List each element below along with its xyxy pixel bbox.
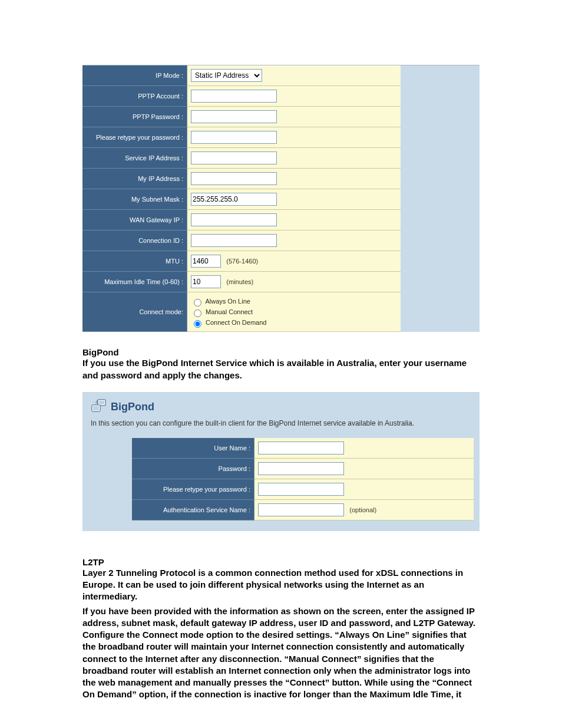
bigpond-header: BigPond	[91, 399, 471, 413]
mtu-range: (576-1460)	[226, 258, 258, 265]
retype-password-input[interactable]	[191, 131, 277, 144]
row-connection-id: Connection ID :	[82, 230, 401, 251]
bigpond-description: In this section you can configure the bu…	[91, 419, 471, 427]
bigpond-table: User Name : Password : Please retype you…	[132, 438, 474, 521]
bp-password-input[interactable]	[258, 462, 344, 475]
l2tp-doc-section: L2TP Layer 2 Tunneling Protocol is a com…	[82, 557, 480, 701]
bp-retype-input[interactable]	[258, 483, 344, 496]
connect-mode-group: Always On Line Manual Connect Connect On…	[191, 296, 397, 328]
row-bp-retype: Please retype your password :	[132, 479, 474, 499]
label-pptp-account: PPTP Account :	[82, 86, 187, 107]
radio-manual-label: Manual Connect	[206, 308, 253, 315]
radio-demand[interactable]	[194, 320, 201, 328]
row-subnet-mask: My Subnet Mask :	[82, 189, 401, 210]
l2tp-doc-text1: Layer 2 Tunneling Protocol is a common c…	[82, 567, 480, 603]
label-retype-password: Please retype your password :	[82, 127, 187, 148]
label-bp-auth-service: Authentication Service Name :	[132, 499, 254, 520]
label-my-ip: My IP Address :	[82, 169, 187, 189]
svg-rect-3	[93, 406, 99, 410]
label-connect-mode: Connect mode:	[82, 292, 187, 332]
row-connect-mode: Connect mode: Always On Line Manual Conn…	[82, 292, 401, 332]
mtu-input[interactable]	[191, 255, 221, 268]
wan-gateway-input[interactable]	[191, 213, 277, 226]
bigpond-doc-heading: BigPond	[82, 347, 480, 357]
ip-mode-select[interactable]: Static IP Address	[191, 69, 262, 82]
idle-unit: (minutes)	[226, 278, 253, 285]
row-pptp-account: PPTP Account :	[82, 86, 401, 107]
bigpond-doc-section: BigPond If you use the BigPond Internet …	[82, 347, 480, 381]
label-max-idle: Maximum Idle Time (0-60) :	[82, 272, 187, 292]
connect-mode-always[interactable]: Always On Line	[191, 296, 397, 307]
row-service-ip: Service IP Address :	[82, 148, 401, 169]
row-bp-username: User Name :	[132, 438, 474, 459]
max-idle-input[interactable]	[191, 275, 221, 288]
l2tp-doc-text2: If you have been provided with the infor…	[82, 605, 480, 701]
row-max-idle: Maximum Idle Time (0-60) : (minutes)	[82, 272, 401, 292]
label-bp-retype: Please retype your password :	[132, 479, 254, 499]
computer-icon	[91, 399, 107, 413]
my-ip-input[interactable]	[191, 172, 277, 185]
row-pptp-password: PPTP Password :	[82, 107, 401, 127]
bigpond-title: BigPond	[111, 401, 154, 413]
label-bp-password: Password :	[132, 458, 254, 479]
svg-rect-1	[99, 401, 104, 404]
row-bp-auth-service: Authentication Service Name : (optional)	[132, 499, 474, 520]
radio-demand-label: Connect On Demand	[206, 319, 266, 326]
label-connection-id: Connection ID :	[82, 230, 187, 251]
label-wan-gateway: WAN Gateway IP :	[82, 210, 187, 230]
row-wan-gateway: WAN Gateway IP :	[82, 210, 401, 230]
connect-mode-manual[interactable]: Manual Connect	[191, 307, 397, 317]
subnet-mask-input[interactable]	[191, 193, 277, 206]
row-retype-password: Please retype your password :	[82, 127, 401, 148]
bigpond-doc-text: If you use the BigPond Internet Service …	[82, 357, 480, 381]
pptp-account-input[interactable]	[191, 90, 277, 103]
row-bp-password: Password :	[132, 458, 474, 479]
label-bp-username: User Name :	[132, 438, 254, 459]
label-ip-mode: IP Mode :	[82, 65, 187, 86]
service-ip-input[interactable]	[191, 151, 277, 164]
bigpond-panel: BigPond In this section you can configur…	[82, 392, 480, 531]
label-subnet-mask: My Subnet Mask :	[82, 189, 187, 210]
connection-id-input[interactable]	[191, 234, 277, 247]
bp-optional-hint: (optional)	[349, 506, 376, 513]
l2tp-doc-heading: L2TP	[82, 557, 480, 567]
row-ip-mode: IP Mode : Static IP Address	[82, 65, 401, 86]
label-service-ip: Service IP Address :	[82, 148, 187, 169]
label-mtu: MTU :	[82, 251, 187, 272]
radio-always[interactable]	[194, 299, 201, 307]
radio-always-label: Always On Line	[205, 298, 250, 305]
row-my-ip: My IP Address :	[82, 169, 401, 189]
connect-mode-demand[interactable]: Connect On Demand	[191, 317, 397, 328]
pptp-settings-panel: IP Mode : Static IP Address PPTP Account…	[82, 65, 480, 332]
bp-auth-service-input[interactable]	[258, 503, 344, 516]
pptp-settings-table: IP Mode : Static IP Address PPTP Account…	[82, 65, 401, 332]
row-mtu: MTU : (576-1460)	[82, 251, 401, 272]
radio-manual[interactable]	[194, 309, 201, 317]
pptp-password-input[interactable]	[191, 110, 277, 123]
bp-username-input[interactable]	[258, 442, 344, 454]
label-pptp-password: PPTP Password :	[82, 107, 187, 127]
document-page: IP Mode : Static IP Address PPTP Account…	[0, 0, 562, 728]
